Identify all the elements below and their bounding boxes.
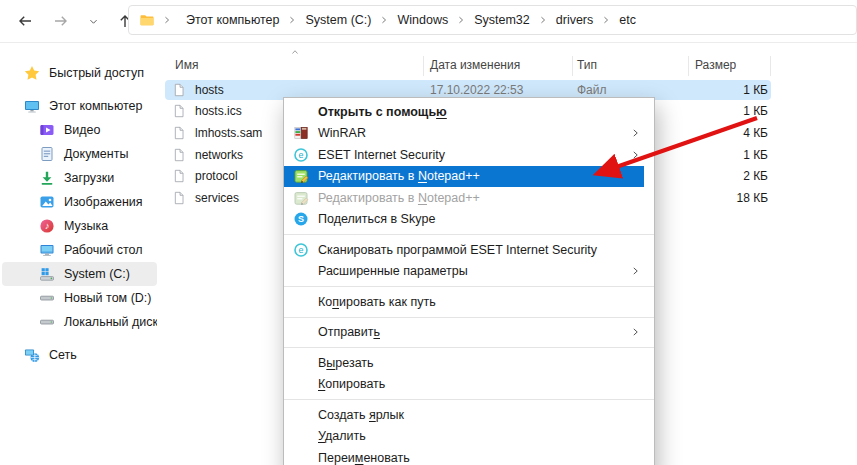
context-menu-item[interactable]: Открыть с помощью [284,101,654,123]
chevron-right-icon [379,15,389,25]
menu-separator [284,395,654,404]
menu-item-label: ESET Internet Security [318,148,445,162]
sidebar-item-label: Сеть [49,348,77,362]
breadcrumb-item: Windows [390,11,467,29]
context-menu-item[interactable]: Создать ярлык [284,404,654,426]
drive-icon [39,314,55,330]
sidebar-item[interactable]: System (C:) [2,262,157,286]
sidebar-item[interactable]: Изображения [2,190,157,214]
file-name: hosts [195,83,224,97]
context-menu-item[interactable]: Копировать [284,374,654,396]
context-menu-item[interactable]: Редактировать в Notepad++ [284,187,654,209]
column-divider [770,56,771,76]
sidebar-item-label: System (C:) [64,267,130,281]
breadcrumb-item: System (C:) [298,11,390,29]
sidebar-item[interactable]: Новый том (D:) [2,286,157,310]
file-size: 1 КБ [592,83,768,97]
eset-icon [293,147,309,163]
context-menu-item[interactable]: Переименовать [284,447,654,465]
submenu-chevron-icon [630,149,641,160]
address-bar[interactable]: Этот компьютер System (C:) Windows Syste… [128,5,857,35]
menu-item-label: Создать ярлык [318,408,404,422]
context-menu-item[interactable]: Расширенные параметры [284,261,654,283]
column-header-date[interactable]: Дата изменения [430,58,520,72]
menu-item-label: Открыть с помощью [318,105,447,119]
file-icon [172,104,186,118]
column-header-name[interactable]: Имя [175,58,198,72]
sidebar-item-label: Загрузки [64,171,114,185]
menu-separator [284,230,654,239]
context-menu-item[interactable]: Отправить [284,322,654,344]
sidebar-item[interactable]: Локальный диск (E [2,310,157,334]
file-icon [172,148,186,162]
file-name: lmhosts.sam [195,126,262,140]
chevron-right-icon [601,15,611,25]
breadcrumb-label[interactable]: System32 [467,11,537,29]
column-divider [572,56,573,76]
breadcrumb-label[interactable]: Windows [390,11,455,29]
toolbar: Этот компьютер System (C:) Windows Syste… [0,0,857,43]
context-menu-item[interactable]: WinRAR [284,123,654,145]
sidebar-item-label: Локальный диск (E [64,315,157,329]
file-icon [172,169,186,183]
sidebar: Быстрый доступ Этот компьютер Видео Доку… [0,42,160,465]
file-name: networks [195,148,243,162]
context-menu-item[interactable]: Сканировать программой ESET Internet Sec… [284,239,654,261]
column-header-type[interactable]: Тип [577,58,597,72]
menu-item-label: Вырезать [318,356,374,370]
sort-ascending-icon [289,48,301,56]
file-icon [172,191,186,205]
breadcrumb-item: drivers [549,11,613,29]
file-name: services [195,191,239,205]
sidebar-item[interactable]: Документы [2,142,157,166]
forward-arrow-icon[interactable] [50,9,72,33]
context-menu-item[interactable]: ESET Internet Security [284,144,654,166]
winrar-icon [293,125,309,141]
file-date: 17.10.2022 22:53 [430,83,523,97]
menu-item-label: Отправить [318,325,380,339]
column-header-size[interactable]: Размер [695,58,736,72]
sidebar-item[interactable]: Музыка [2,214,157,238]
submenu-chevron-icon [630,327,641,338]
back-arrow-icon[interactable] [14,9,36,33]
file-icon [172,126,186,140]
sidebar-item-label: Рабочий стол [64,243,142,257]
star-icon [24,65,40,81]
context-menu-item[interactable]: Копировать как путь [284,291,654,313]
breadcrumb-label[interactable]: Этот компьютер [179,11,286,29]
breadcrumb-label[interactable]: System (C:) [298,11,378,29]
breadcrumb-label[interactable]: drivers [549,11,601,29]
sidebar-item-label: Документы [64,147,128,161]
context-menu-item[interactable]: Удалить [284,426,654,448]
chevron-right-icon [456,15,466,25]
menu-item-label: Редактировать в Notepad++ [318,191,480,205]
context-menu-item[interactable]: Поделиться в Skype [284,209,654,231]
menu-item-label: Копировать [318,377,385,391]
chevron-right-icon [538,15,548,25]
breadcrumb-label[interactable]: etc [612,11,643,29]
chevron-down-icon[interactable] [86,9,100,33]
video-icon [39,122,55,138]
sidebar-item[interactable]: Видео [2,118,157,142]
sidebar-item[interactable]: Загрузки [2,166,157,190]
menu-item-label: Редактировать в Notepad++ [318,169,480,183]
notepad-plus-icon [293,190,309,206]
menu-item-label: Сканировать программой ESET Internet Sec… [318,243,597,257]
context-menu-item[interactable]: Редактировать в Notepad++ [284,166,644,188]
menu-item-label: Поделиться в Skype [318,212,435,226]
sidebar-item[interactable]: Быстрый доступ [2,61,157,85]
sidebar-item-label: Новый том (D:) [64,291,152,305]
sidebar-item[interactable]: Этот компьютер [2,94,157,118]
sidebar-item-label: Изображения [64,195,143,209]
menu-item-label: WinRAR [318,126,366,140]
sidebar-item[interactable]: Сеть [2,343,157,367]
drive-windows-icon [39,266,55,282]
context-menu-item[interactable]: Вырезать [284,352,654,374]
breadcrumb: Этот компьютер System (C:) Windows Syste… [179,11,643,29]
menu-item-label: Удалить [318,429,366,443]
sidebar-item[interactable]: Рабочий стол [2,238,157,262]
chevron-right-icon [287,15,297,25]
breadcrumb-item: Этот компьютер [179,11,298,29]
file-icon [172,83,186,97]
submenu-chevron-icon [630,266,641,277]
